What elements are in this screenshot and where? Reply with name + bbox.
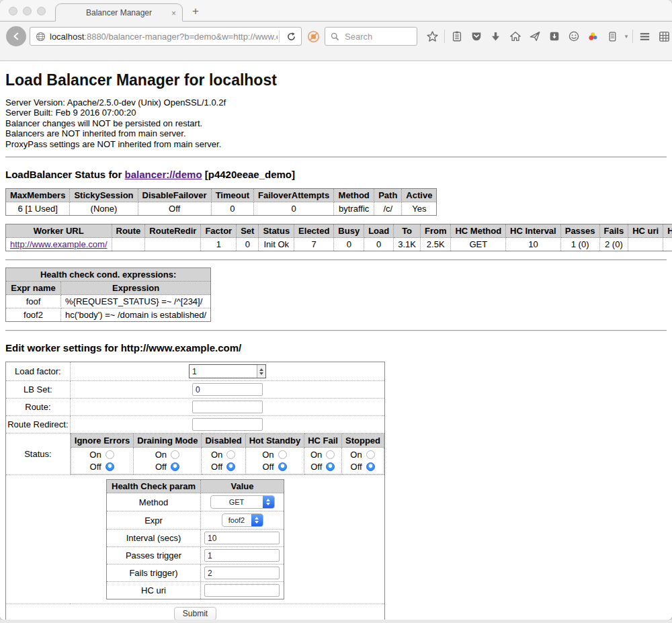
pocket-button[interactable] [466, 30, 486, 42]
cell-maxmembers: 6 [1 Used] [6, 202, 70, 216]
back-button[interactable] [6, 26, 26, 46]
lb-set-input[interactable] [192, 383, 263, 396]
form-row-lb-set: LB Set: [6, 381, 385, 399]
draining-mode-off-radio[interactable] [171, 462, 179, 471]
divider [5, 259, 667, 261]
disabled-on-radio[interactable] [226, 450, 235, 459]
cell-path: /c/ [374, 202, 402, 216]
worker-url-link[interactable]: http://www.example.com/ [10, 239, 108, 249]
overflow-caret-icon[interactable]: ▾ [622, 33, 630, 40]
table-header-row: Health Check param Value [107, 480, 284, 493]
cell-active: Yes [402, 202, 437, 216]
form-row-route: Route: [6, 399, 385, 416]
balancer-demo-link[interactable]: balancer://demo [125, 169, 202, 180]
bookmarks-menu-button[interactable] [447, 30, 466, 42]
content-blocked-button[interactable] [302, 30, 325, 43]
search-input[interactable] [343, 31, 404, 42]
col-disablefailover: DisableFailover [138, 189, 211, 202]
route-label: Route: [6, 399, 71, 416]
hc-method-selected-value: GET [211, 498, 263, 506]
hc-method-select[interactable]: GET [210, 495, 275, 509]
edit-worker-heading: Edit worker settings for http://www.exam… [5, 342, 667, 354]
urlbar-divider [279, 30, 280, 42]
browser-window: Balancer Manager × + localhost:8880/bala… [0, 0, 672, 620]
heading-prefix: LoadBalancer Status for [5, 169, 125, 180]
close-window-button[interactable] [9, 7, 17, 15]
window-controls[interactable] [9, 7, 46, 15]
col-set: Set [237, 224, 259, 238]
route-redirect-input[interactable] [192, 418, 263, 431]
select-stepper-icon [263, 496, 274, 508]
zoom-window-button[interactable] [37, 7, 46, 15]
url-path: :8880/balancer-manager?b=demo&w=http://w… [84, 32, 278, 42]
hamburger-icon [638, 30, 651, 43]
send-tab-button[interactable] [525, 30, 544, 42]
bookmark-star-button[interactable] [423, 30, 442, 43]
downloads-button[interactable] [486, 31, 505, 42]
tab-balancer-manager[interactable]: Balancer Manager × [55, 3, 183, 22]
smiley-icon [568, 30, 580, 42]
ignore-errors-on-radio[interactable] [106, 450, 114, 459]
col-disabled: Disabled [202, 434, 245, 448]
minimize-window-button[interactable] [23, 7, 32, 15]
heading-suffix: [p4420eeae_demo] [202, 169, 295, 180]
col-failoverattempts: FailoverAttempts [253, 189, 333, 202]
col-hc-value: Value [201, 480, 284, 493]
col-route: Route [112, 224, 145, 238]
navigation-toolbar: localhost:8880/balancer-manager?b=demo&w… [0, 22, 672, 51]
col-hc-expr: HC Expr [663, 224, 672, 238]
spinner-up-icon[interactable] [259, 368, 263, 371]
spinner-down-icon[interactable] [259, 372, 263, 375]
new-tab-button[interactable]: + [192, 5, 199, 17]
hc-method-label: Method [107, 493, 201, 511]
col-hc-method: HC Method [451, 224, 506, 238]
hc-interval-input[interactable] [204, 532, 280, 544]
notes-extension-button[interactable] [603, 31, 622, 42]
route-input[interactable] [192, 401, 263, 413]
star-icon [426, 30, 439, 43]
ignore-errors-off-radio[interactable] [106, 462, 114, 471]
number-spinner[interactable] [257, 365, 265, 378]
hc-uri-input[interactable] [204, 584, 280, 597]
hc-row-interval: Interval (secs) [107, 530, 284, 547]
cell-method: bytraffic [334, 202, 374, 216]
close-tab-icon[interactable]: × [171, 9, 176, 18]
cell-status: Init Ok [259, 238, 294, 251]
cell-expr-name: foof2 [6, 308, 61, 322]
hc-fails-input[interactable] [204, 567, 280, 579]
stopped-on-radio[interactable] [366, 450, 375, 459]
address-bar[interactable]: localhost:8880/balancer-manager?b=demo&w… [30, 27, 302, 46]
inherit-notice-line: Balancers are NOT inherited from main se… [5, 128, 667, 138]
col-hc-interval: HC Interval [506, 224, 561, 238]
hc-expr-select[interactable]: foof2 [222, 513, 263, 527]
col-fails: Fails [599, 224, 628, 238]
stopped-off-radio[interactable] [366, 462, 375, 471]
hot-standby-off-radio[interactable] [278, 462, 287, 471]
hc-fail-off-radio[interactable] [326, 462, 335, 471]
search-bar[interactable] [325, 27, 417, 46]
col-factor: Factor [201, 224, 237, 238]
draining-mode-on-radio[interactable] [171, 450, 179, 459]
cell-busy: 0 [334, 238, 364, 251]
menu-button[interactable] [635, 30, 655, 43]
download-panel-button[interactable] [544, 30, 564, 42]
load-factor-input[interactable] [190, 365, 257, 378]
home-button[interactable] [505, 30, 525, 42]
submit-button[interactable]: Submit [174, 607, 216, 620]
pocket-icon [470, 30, 482, 42]
toolbar-separator [444, 30, 445, 43]
feedback-button[interactable] [564, 30, 583, 42]
col-from: From [420, 224, 451, 238]
reload-button[interactable] [281, 32, 301, 42]
hc-fail-on-radio[interactable] [326, 450, 335, 459]
tiles-extension-button[interactable] [655, 30, 672, 43]
load-factor-input-wrap [189, 364, 266, 378]
radio-on-label: On [211, 450, 222, 460]
table-header-row: Ignore Errors Draining Mode Disabled Hot… [71, 434, 384, 448]
colored-dots-extension-button[interactable] [583, 30, 603, 42]
hc-passes-input[interactable] [204, 549, 280, 562]
url-text[interactable]: localhost:8880/balancer-manager?b=demo&w… [50, 32, 278, 42]
radio-off-label: Off [155, 462, 167, 472]
hot-standby-on-radio[interactable] [278, 450, 287, 459]
disabled-off-radio[interactable] [226, 462, 235, 471]
